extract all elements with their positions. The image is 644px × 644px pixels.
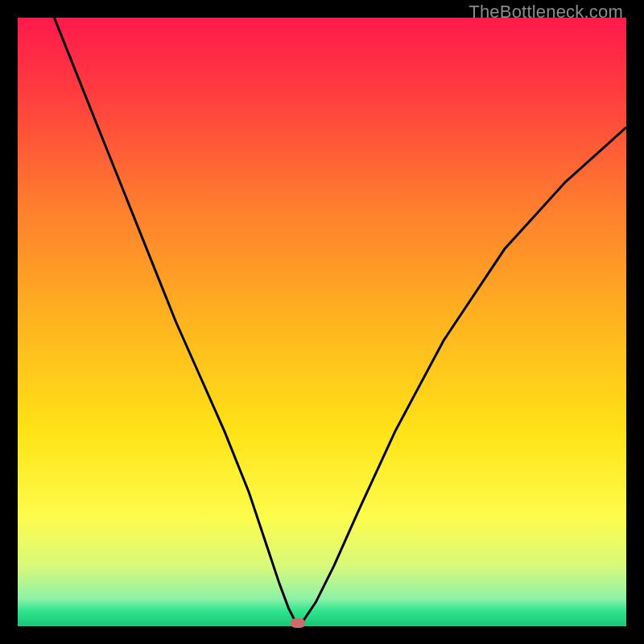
chart-frame (18, 18, 626, 626)
optimum-marker (291, 618, 305, 628)
bottleneck-chart (18, 18, 626, 626)
gradient-background (18, 18, 626, 626)
watermark-text: TheBottleneck.com (469, 2, 623, 23)
